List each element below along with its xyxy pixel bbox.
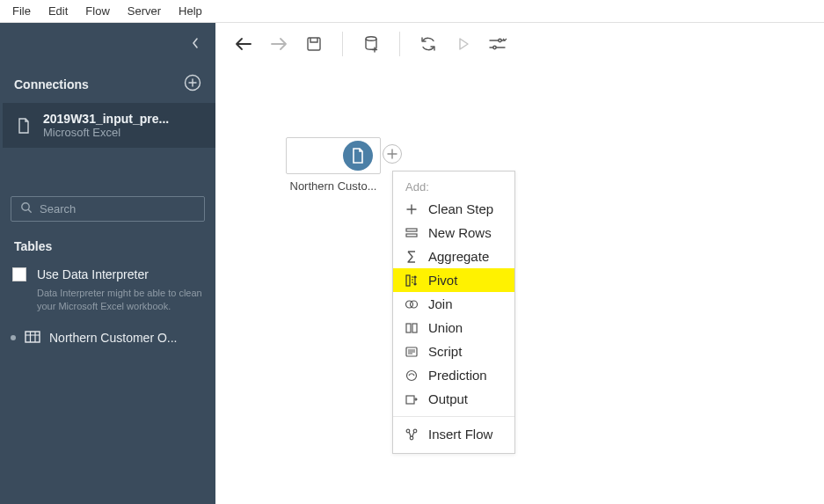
menu-label: Join <box>428 296 453 311</box>
svg-point-5 <box>499 39 501 41</box>
toolbar-divider-2 <box>399 32 400 56</box>
search-input[interactable] <box>40 202 195 215</box>
svg-rect-9 <box>406 275 410 286</box>
svg-point-15 <box>407 370 417 380</box>
plus-icon <box>387 147 397 162</box>
menu-file[interactable]: File <box>4 2 40 20</box>
rows-icon <box>404 228 419 238</box>
sidebar-spacer <box>0 148 215 196</box>
connection-texts: 2019W31_input_pre... Microsoft Excel <box>43 112 169 139</box>
union-icon <box>404 323 419 333</box>
menu-label: Aggregate <box>428 249 489 264</box>
menu-item-prediction[interactable]: Prediction <box>393 363 514 387</box>
svg-rect-3 <box>308 38 320 50</box>
connection-item[interactable]: 2019W31_input_pre... Microsoft Excel <box>0 103 215 148</box>
menu-item-join[interactable]: Join <box>393 292 514 316</box>
menu-server[interactable]: Server <box>119 2 170 20</box>
refresh-button[interactable] <box>416 32 441 56</box>
menu-item-pivot[interactable]: Pivot <box>393 268 514 292</box>
svg-rect-7 <box>406 229 417 231</box>
data-interpreter-label: Use Data Interpreter <box>37 267 149 281</box>
svg-rect-8 <box>406 234 417 237</box>
back-button[interactable] <box>231 32 256 56</box>
join-icon <box>404 299 419 310</box>
canvas[interactable]: Northern Custo... Add: Clean Step New Ro… <box>215 23 824 504</box>
flow-node-label: Northern Custo... <box>286 179 381 193</box>
table-item[interactable]: Northern Customer O... <box>0 324 215 353</box>
menu-flow[interactable]: Flow <box>77 2 118 20</box>
sigma-icon <box>404 251 419 263</box>
menu-label: Script <box>428 344 462 359</box>
svg-rect-16 <box>406 396 414 404</box>
menu-item-new-rows[interactable]: New Rows <box>393 221 514 245</box>
add-step-menu: Add: Clean Step New Rows Aggregate <box>392 171 515 454</box>
data-interpreter-hint: Data Interpreter might be able to clean … <box>0 285 215 324</box>
connections-header: Connections <box>0 65 215 103</box>
menu-label: Clean Step <box>428 201 493 216</box>
menu-label: Prediction <box>428 368 487 383</box>
prediction-icon <box>404 369 419 382</box>
run-button[interactable] <box>451 32 476 56</box>
table-icon <box>25 331 40 346</box>
svg-rect-13 <box>412 324 417 332</box>
menu-bar: File Edit Flow Server Help <box>0 0 824 23</box>
search-box[interactable] <box>11 196 205 222</box>
data-source-button[interactable] <box>359 32 383 56</box>
menu-label: Union <box>428 320 463 335</box>
insert-flow-icon <box>404 428 419 441</box>
svg-point-11 <box>411 301 418 308</box>
pivot-icon <box>404 274 419 287</box>
search-wrap <box>0 196 215 232</box>
menu-label: Pivot <box>428 273 457 288</box>
toolbar <box>215 23 824 65</box>
data-interpreter-row[interactable]: Use Data Interpreter <box>0 262 215 285</box>
svg-point-4 <box>366 37 376 41</box>
table-name: Northern Customer O... <box>49 331 178 345</box>
connection-subtitle: Microsoft Excel <box>43 126 169 139</box>
add-step-button[interactable] <box>383 144 402 164</box>
main-layout: Connections 2019W31_input_pre... Microso… <box>0 23 824 504</box>
sidebar: Connections 2019W31_input_pre... Microso… <box>0 23 215 504</box>
flow-node[interactable]: Northern Custo... <box>286 137 381 193</box>
settings-sliders-button[interactable] <box>486 32 511 56</box>
script-icon <box>404 347 419 357</box>
tables-label: Tables <box>0 232 215 262</box>
menu-label: New Rows <box>428 225 492 240</box>
menu-item-aggregate[interactable]: Aggregate <box>393 245 514 268</box>
flow-node-box[interactable] <box>286 137 381 174</box>
data-interpreter-checkbox[interactable] <box>12 267 26 281</box>
menu-item-insert-flow[interactable]: Insert Flow <box>393 422 514 446</box>
data-source-node-icon <box>343 141 373 171</box>
svg-point-19 <box>410 436 413 440</box>
menu-edit[interactable]: Edit <box>40 2 77 20</box>
connections-label: Connections <box>14 77 89 91</box>
save-button[interactable] <box>302 32 326 56</box>
toolbar-divider <box>342 32 343 56</box>
bullet-icon <box>11 335 16 340</box>
file-icon <box>15 117 33 135</box>
add-connection-icon[interactable] <box>184 74 201 94</box>
output-icon <box>404 393 419 405</box>
menu-separator <box>393 416 514 417</box>
menu-item-script[interactable]: Script <box>393 340 514 363</box>
menu-item-output[interactable]: Output <box>393 387 514 411</box>
plus-icon <box>404 204 419 215</box>
menu-help[interactable]: Help <box>170 2 211 20</box>
menu-label: Output <box>428 391 468 406</box>
chevron-left-icon <box>191 37 200 52</box>
menu-label: Insert Flow <box>428 427 492 442</box>
forward-button[interactable] <box>266 32 291 56</box>
search-icon <box>20 201 33 216</box>
svg-rect-12 <box>406 324 411 332</box>
add-menu-header: Add: <box>393 177 514 197</box>
svg-rect-2 <box>26 332 40 342</box>
sidebar-collapse[interactable] <box>0 23 215 65</box>
connection-title: 2019W31_input_pre... <box>43 112 169 126</box>
menu-item-clean-step[interactable]: Clean Step <box>393 197 514 221</box>
menu-item-union[interactable]: Union <box>393 316 514 340</box>
svg-point-6 <box>493 46 496 48</box>
